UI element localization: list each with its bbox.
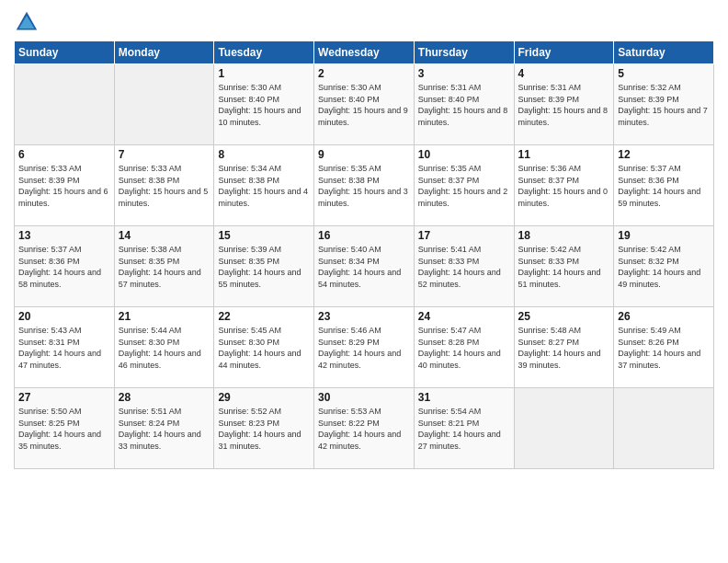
- logo: [14, 9, 43, 35]
- day-info: Sunrise: 5:35 AMSunset: 8:38 PMDaylight:…: [318, 163, 410, 209]
- calendar-cell: 30Sunrise: 5:53 AMSunset: 8:22 PMDayligh…: [314, 388, 415, 469]
- calendar-cell: 23Sunrise: 5:46 AMSunset: 8:29 PMDayligh…: [314, 307, 415, 388]
- day-info: Sunrise: 5:53 AMSunset: 8:22 PMDaylight:…: [318, 406, 410, 452]
- day-info: Sunrise: 5:48 AMSunset: 8:27 PMDaylight:…: [518, 325, 610, 371]
- day-number: 14: [119, 229, 210, 242]
- day-info: Sunrise: 5:40 AMSunset: 8:34 PMDaylight:…: [318, 244, 410, 290]
- day-number: 18: [518, 229, 610, 242]
- weekday-header: Tuesday: [214, 41, 314, 64]
- calendar-cell: 9Sunrise: 5:35 AMSunset: 8:38 PMDaylight…: [314, 145, 415, 226]
- calendar-cell: 11Sunrise: 5:36 AMSunset: 8:37 PMDayligh…: [514, 145, 614, 226]
- calendar-cell: 19Sunrise: 5:42 AMSunset: 8:32 PMDayligh…: [614, 226, 714, 307]
- calendar-cell: 18Sunrise: 5:42 AMSunset: 8:33 PMDayligh…: [514, 226, 614, 307]
- day-info: Sunrise: 5:37 AMSunset: 8:36 PMDaylight:…: [618, 163, 710, 209]
- calendar-cell: 13Sunrise: 5:37 AMSunset: 8:36 PMDayligh…: [15, 226, 115, 307]
- weekday-header: Wednesday: [314, 41, 415, 64]
- calendar-cell: 15Sunrise: 5:39 AMSunset: 8:35 PMDayligh…: [214, 226, 314, 307]
- day-number: 28: [119, 391, 210, 404]
- day-info: Sunrise: 5:49 AMSunset: 8:26 PMDaylight:…: [618, 325, 710, 371]
- calendar-cell: 3Sunrise: 5:31 AMSunset: 8:40 PMDaylight…: [414, 64, 514, 145]
- day-info: Sunrise: 5:52 AMSunset: 8:23 PMDaylight:…: [218, 406, 310, 452]
- calendar-week-row: 13Sunrise: 5:37 AMSunset: 8:36 PMDayligh…: [15, 226, 714, 307]
- calendar-cell: 14Sunrise: 5:38 AMSunset: 8:35 PMDayligh…: [114, 226, 214, 307]
- day-info: Sunrise: 5:51 AMSunset: 8:24 PMDaylight:…: [119, 406, 210, 452]
- calendar-cell: 8Sunrise: 5:34 AMSunset: 8:38 PMDaylight…: [214, 145, 314, 226]
- calendar-cell: 16Sunrise: 5:40 AMSunset: 8:34 PMDayligh…: [314, 226, 415, 307]
- calendar-week-row: 27Sunrise: 5:50 AMSunset: 8:25 PMDayligh…: [15, 388, 714, 469]
- day-info: Sunrise: 5:45 AMSunset: 8:30 PMDaylight:…: [218, 325, 310, 371]
- calendar-week-row: 1Sunrise: 5:30 AMSunset: 8:40 PMDaylight…: [15, 64, 714, 145]
- day-number: 8: [218, 148, 310, 161]
- day-info: Sunrise: 5:46 AMSunset: 8:29 PMDaylight:…: [318, 325, 410, 371]
- day-number: 19: [618, 229, 710, 242]
- calendar-cell: 10Sunrise: 5:35 AMSunset: 8:37 PMDayligh…: [414, 145, 514, 226]
- day-info: Sunrise: 5:33 AMSunset: 8:38 PMDaylight:…: [119, 163, 210, 209]
- day-info: Sunrise: 5:44 AMSunset: 8:30 PMDaylight:…: [119, 325, 210, 371]
- day-number: 31: [418, 391, 510, 404]
- calendar: SundayMondayTuesdayWednesdayThursdayFrid…: [14, 40, 714, 469]
- day-number: 3: [418, 67, 510, 80]
- day-number: 25: [518, 310, 610, 323]
- day-info: Sunrise: 5:43 AMSunset: 8:31 PMDaylight:…: [18, 325, 110, 371]
- day-info: Sunrise: 5:31 AMSunset: 8:39 PMDaylight:…: [518, 82, 610, 128]
- calendar-cell: 26Sunrise: 5:49 AMSunset: 8:26 PMDayligh…: [614, 307, 714, 388]
- weekday-header: Monday: [114, 41, 214, 64]
- calendar-header: SundayMondayTuesdayWednesdayThursdayFrid…: [15, 41, 714, 64]
- day-number: 27: [18, 391, 110, 404]
- calendar-cell: 17Sunrise: 5:41 AMSunset: 8:33 PMDayligh…: [414, 226, 514, 307]
- calendar-cell: 28Sunrise: 5:51 AMSunset: 8:24 PMDayligh…: [114, 388, 214, 469]
- day-info: Sunrise: 5:34 AMSunset: 8:38 PMDaylight:…: [218, 163, 310, 209]
- day-info: Sunrise: 5:39 AMSunset: 8:35 PMDaylight:…: [218, 244, 310, 290]
- day-number: 11: [518, 148, 610, 161]
- calendar-cell: 20Sunrise: 5:43 AMSunset: 8:31 PMDayligh…: [15, 307, 115, 388]
- day-number: 30: [318, 391, 410, 404]
- calendar-cell: 24Sunrise: 5:47 AMSunset: 8:28 PMDayligh…: [414, 307, 514, 388]
- calendar-cell: [514, 388, 614, 469]
- day-number: 13: [18, 229, 110, 242]
- day-info: Sunrise: 5:36 AMSunset: 8:37 PMDaylight:…: [518, 163, 610, 209]
- day-info: Sunrise: 5:31 AMSunset: 8:40 PMDaylight:…: [418, 82, 510, 128]
- calendar-week-row: 6Sunrise: 5:33 AMSunset: 8:39 PMDaylight…: [15, 145, 714, 226]
- day-number: 26: [618, 310, 710, 323]
- day-number: 2: [318, 67, 410, 80]
- day-number: 15: [218, 229, 310, 242]
- calendar-cell: 29Sunrise: 5:52 AMSunset: 8:23 PMDayligh…: [214, 388, 314, 469]
- calendar-cell: 27Sunrise: 5:50 AMSunset: 8:25 PMDayligh…: [15, 388, 115, 469]
- calendar-cell: 7Sunrise: 5:33 AMSunset: 8:38 PMDaylight…: [114, 145, 214, 226]
- weekday-header: Sunday: [15, 41, 115, 64]
- calendar-cell: 5Sunrise: 5:32 AMSunset: 8:39 PMDaylight…: [614, 64, 714, 145]
- weekday-header: Friday: [514, 41, 614, 64]
- day-number: 12: [618, 148, 710, 161]
- day-number: 17: [418, 229, 510, 242]
- day-number: 1: [218, 67, 310, 80]
- calendar-week-row: 20Sunrise: 5:43 AMSunset: 8:31 PMDayligh…: [15, 307, 714, 388]
- calendar-cell: 22Sunrise: 5:45 AMSunset: 8:30 PMDayligh…: [214, 307, 314, 388]
- day-info: Sunrise: 5:50 AMSunset: 8:25 PMDaylight:…: [18, 406, 110, 452]
- day-info: Sunrise: 5:30 AMSunset: 8:40 PMDaylight:…: [318, 82, 410, 128]
- day-info: Sunrise: 5:32 AMSunset: 8:39 PMDaylight:…: [618, 82, 710, 128]
- day-number: 23: [318, 310, 410, 323]
- calendar-cell: 2Sunrise: 5:30 AMSunset: 8:40 PMDaylight…: [314, 64, 415, 145]
- day-info: Sunrise: 5:47 AMSunset: 8:28 PMDaylight:…: [418, 325, 510, 371]
- day-number: 5: [618, 67, 710, 80]
- day-number: 10: [418, 148, 510, 161]
- weekday-row: SundayMondayTuesdayWednesdayThursdayFrid…: [15, 41, 714, 64]
- day-number: 6: [18, 148, 110, 161]
- header: [14, 9, 714, 35]
- day-info: Sunrise: 5:54 AMSunset: 8:21 PMDaylight:…: [418, 406, 510, 452]
- day-info: Sunrise: 5:33 AMSunset: 8:39 PMDaylight:…: [18, 163, 110, 209]
- day-number: 21: [119, 310, 210, 323]
- calendar-cell: 6Sunrise: 5:33 AMSunset: 8:39 PMDaylight…: [15, 145, 115, 226]
- day-number: 22: [218, 310, 310, 323]
- calendar-cell: 1Sunrise: 5:30 AMSunset: 8:40 PMDaylight…: [214, 64, 314, 145]
- day-number: 9: [318, 148, 410, 161]
- day-number: 16: [318, 229, 410, 242]
- day-number: 29: [218, 391, 310, 404]
- day-info: Sunrise: 5:35 AMSunset: 8:37 PMDaylight:…: [418, 163, 510, 209]
- day-number: 4: [518, 67, 610, 80]
- calendar-cell: 25Sunrise: 5:48 AMSunset: 8:27 PMDayligh…: [514, 307, 614, 388]
- day-number: 20: [18, 310, 110, 323]
- calendar-cell: 31Sunrise: 5:54 AMSunset: 8:21 PMDayligh…: [414, 388, 514, 469]
- calendar-cell: 21Sunrise: 5:44 AMSunset: 8:30 PMDayligh…: [114, 307, 214, 388]
- day-info: Sunrise: 5:37 AMSunset: 8:36 PMDaylight:…: [18, 244, 110, 290]
